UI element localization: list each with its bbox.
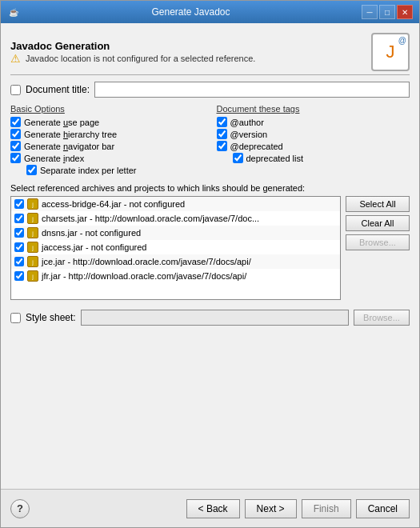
browse-button[interactable]: Browse... (346, 234, 410, 250)
basic-options-title: Basic Options (10, 104, 204, 114)
archive-checkbox-5[interactable] (14, 257, 24, 266)
archive-label-5: jce.jar - http://download.oracle.com/jav… (42, 257, 251, 266)
index-label: Generate index (24, 154, 84, 163)
clear-all-button[interactable]: Clear All (346, 215, 410, 231)
stylesheet-input[interactable] (81, 310, 349, 326)
archives-list-container: j access-bridge-64.jar - not configured … (10, 196, 341, 300)
basic-opt-1: Generate use page (10, 117, 204, 127)
author-label: @author (230, 118, 264, 127)
archive-label-4: jaccess.jar - not configured (42, 242, 146, 252)
archive-label-1: access-bridge-64.jar - not configured (42, 199, 185, 209)
back-button[interactable]: < Back (186, 499, 240, 518)
deprecated-checkbox[interactable] (217, 141, 227, 151)
warning-icon: ⚠ (10, 52, 21, 65)
deprecated-label: @deprecated (230, 142, 283, 151)
document-title-checkbox[interactable] (10, 85, 21, 95)
hierarchy-checkbox[interactable] (10, 129, 21, 139)
footer: ? < Back Next > Finish Cancel (1, 489, 419, 527)
jar-icon-6: j (27, 270, 38, 282)
archive-label-3: dnsns.jar - not configured (42, 228, 141, 238)
main-content: Javadoc Generation ⚠ Javadoc location is… (1, 23, 419, 489)
jar-icon-4: j (27, 242, 38, 253)
archive-label-2: charsets.jar - http://download.oracle.co… (42, 214, 259, 223)
basic-opt-4: Generate index (10, 153, 204, 163)
close-button[interactable]: ✕ (397, 5, 413, 19)
separate-index-label: Separate index per letter (40, 166, 136, 175)
hierarchy-label: Generate hierarchy tree (24, 130, 117, 139)
window: ☕ Generate Javadoc ─ □ ✕ Javadoc Generat… (0, 0, 420, 528)
list-item: j jce.jar - http://download.oracle.com/j… (11, 254, 340, 269)
tag-deprecated-list: deprecated list (233, 153, 410, 163)
stylesheet-row: Style sheet: Browse... (10, 310, 410, 326)
list-item: j charsets.jar - http://download.oracle.… (11, 211, 340, 226)
version-label: @version (230, 130, 268, 139)
options-columns: Basic Options Generate use page Generate… (10, 104, 410, 177)
author-checkbox[interactable] (217, 117, 227, 127)
jar-icon-2: j (27, 213, 38, 224)
navigator-checkbox[interactable] (10, 141, 21, 151)
use-page-checkbox[interactable] (10, 117, 21, 127)
document-title-label: Document title: (26, 84, 90, 95)
basic-opt-2: Generate hierarchy tree (10, 129, 204, 139)
section-header: Javadoc Generation ⚠ Javadoc location is… (10, 33, 410, 75)
window-title: Generate Javadoc (20, 6, 362, 18)
list-item: j access-bridge-64.jar - not configured (11, 197, 340, 211)
titlebar: ☕ Generate Javadoc ─ □ ✕ (1, 1, 419, 23)
list-item: j dnsns.jar - not configured (11, 226, 340, 240)
warning-text: Javadoc location is not configured for a… (26, 54, 255, 63)
document-title-input[interactable] (94, 82, 410, 98)
footer-left: ? (10, 499, 30, 518)
document-title-row: Document title: (10, 82, 410, 98)
javadoc-logo: J @ (371, 33, 410, 71)
horizontal-scrollbar[interactable]: ▶ (11, 299, 340, 300)
deprecated-list-checkbox[interactable] (233, 153, 243, 163)
separate-index-checkbox[interactable] (26, 165, 37, 175)
use-page-label: Generate use page (24, 118, 99, 127)
help-button[interactable]: ? (10, 499, 30, 518)
jar-icon-5: j (27, 256, 38, 267)
tag-version: @version (217, 129, 410, 139)
archives-list[interactable]: j access-bridge-64.jar - not configured … (11, 197, 340, 299)
deprecated-list-label: deprecated list (246, 154, 304, 163)
titlebar-controls: ─ □ ✕ (362, 5, 413, 19)
archives-buttons: Select All Clear All Browse... (346, 196, 410, 300)
archives-section: Select referenced archives and projects … (10, 183, 410, 300)
tag-deprecated: @deprecated (217, 141, 410, 151)
minimize-button[interactable]: ─ (362, 5, 378, 19)
basic-opt-3: Generate navigator bar (10, 141, 204, 151)
document-tags-title: Document these tags (217, 104, 410, 114)
section-title: Javadoc Generation (10, 40, 255, 52)
basic-options-col: Basic Options Generate use page Generate… (10, 104, 204, 177)
select-all-button[interactable]: Select All (346, 196, 410, 212)
stylesheet-label: Style sheet: (26, 312, 76, 323)
maximize-button[interactable]: □ (379, 5, 395, 19)
archive-checkbox-4[interactable] (14, 242, 24, 252)
finish-button[interactable]: Finish (302, 499, 351, 518)
list-item: j jfr.jar - http://download.oracle.com/j… (11, 269, 340, 283)
archive-checkbox-3[interactable] (14, 228, 24, 238)
document-tags-col: Document these tags @author @version @de… (217, 104, 410, 177)
jar-icon-3: j (27, 227, 38, 238)
jar-icon-1: j (27, 198, 38, 210)
javadoc-logo-text: J (386, 42, 395, 62)
navigator-label: Generate navigator bar (24, 142, 114, 151)
footer-right: < Back Next > Finish Cancel (186, 499, 410, 518)
archives-label: Select referenced archives and projects … (10, 183, 410, 193)
stylesheet-checkbox[interactable] (10, 313, 21, 323)
archive-label-6: jfr.jar - http://download.oracle.com/jav… (42, 271, 246, 281)
archive-checkbox-1[interactable] (14, 199, 24, 209)
cancel-button[interactable]: Cancel (356, 499, 410, 518)
version-checkbox[interactable] (217, 129, 227, 139)
list-item: j jaccess.jar - not configured (11, 240, 340, 254)
archives-content: j access-bridge-64.jar - not configured … (10, 196, 410, 300)
stylesheet-browse-button[interactable]: Browse... (354, 310, 410, 326)
next-button[interactable]: Next > (245, 499, 297, 518)
archive-checkbox-6[interactable] (14, 271, 24, 281)
index-checkbox[interactable] (10, 153, 21, 163)
app-icon: ☕ (7, 6, 20, 18)
tag-author: @author (217, 117, 410, 127)
warning-row: ⚠ Javadoc location is not configured for… (10, 52, 255, 65)
basic-opt-5: Separate index per letter (26, 165, 204, 175)
archive-checkbox-2[interactable] (14, 214, 24, 223)
